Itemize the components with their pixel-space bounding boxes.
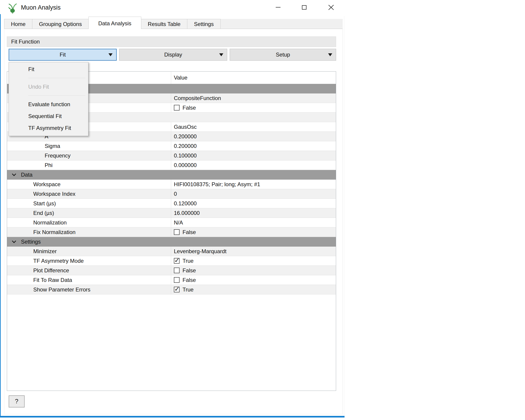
maximize-button[interactable] bbox=[296, 0, 312, 15]
property-value: Levenberg-Marquardt bbox=[171, 247, 336, 256]
property-value: CompositeFunction bbox=[171, 93, 336, 103]
chevron-down-icon bbox=[12, 172, 16, 176]
property-name: Fix Normalization bbox=[7, 227, 171, 237]
property-name: Workspace bbox=[7, 180, 171, 189]
close-button[interactable] bbox=[323, 0, 339, 15]
check-icon: ✓ bbox=[174, 257, 179, 264]
property-value: 0.120000 bbox=[171, 199, 336, 208]
section-header-row-settings[interactable]: Settings bbox=[7, 237, 336, 247]
property-row-normalization[interactable]: NormalizationN/A bbox=[7, 218, 336, 227]
checkbox-unchecked[interactable] bbox=[174, 268, 179, 273]
button-label: Display bbox=[164, 52, 182, 58]
property-value: False bbox=[171, 103, 336, 112]
property-value: 0 bbox=[171, 189, 336, 198]
section-label: Data bbox=[21, 172, 33, 178]
property-name: Minimizer bbox=[7, 247, 171, 256]
property-row-fit-to-raw-data[interactable]: Fit To Raw DataFalse bbox=[7, 275, 336, 285]
property-name: Plot Difference bbox=[7, 266, 171, 275]
tab-data-analysis[interactable]: Data Analysis bbox=[88, 17, 141, 29]
property-value: ✓True bbox=[171, 256, 336, 265]
property-row-fix-normalization[interactable]: Fix NormalizationFalse bbox=[7, 227, 336, 237]
property-value: 0.200000 bbox=[171, 132, 336, 141]
tab-home[interactable]: Home bbox=[4, 19, 32, 29]
checkbox-label: False bbox=[183, 105, 196, 111]
fit-function-group-label: Fit Function bbox=[7, 37, 336, 47]
tab-settings[interactable]: Settings bbox=[187, 19, 221, 29]
property-row-show-parameter-errors[interactable]: Show Parameter Errors✓True bbox=[7, 285, 336, 294]
display-dropdown-button[interactable]: Display bbox=[119, 49, 227, 61]
window-accent-border-bottom bbox=[0, 416, 345, 418]
maximize-icon bbox=[302, 5, 307, 9]
property-row-frequency[interactable]: Frequency0.100000 bbox=[7, 151, 336, 160]
property-row-sigma[interactable]: Sigma0.200000 bbox=[7, 141, 336, 151]
section-label: Settings bbox=[21, 239, 41, 245]
window-accent-border-left bbox=[0, 2, 1, 416]
property-value: GausOsc bbox=[171, 122, 336, 131]
property-name: Normalization bbox=[7, 218, 171, 227]
property-row-phi[interactable]: Phi0.000000 bbox=[7, 160, 336, 170]
fit-dropdown-menu: FitUndo FitEvaluate functionSequential F… bbox=[9, 62, 88, 136]
property-name: Fit To Raw Data bbox=[7, 275, 171, 285]
property-row-workspace-index[interactable]: Workspace Index0 bbox=[7, 189, 336, 199]
checkbox-label: False bbox=[183, 277, 196, 283]
property-name: Workspace Index bbox=[7, 189, 171, 198]
check-icon: ✓ bbox=[174, 285, 179, 293]
window-title: Muon Analysis bbox=[21, 0, 61, 15]
property-row-plot-difference[interactable]: Plot DifferenceFalse bbox=[7, 266, 336, 275]
property-value: N/A bbox=[171, 218, 336, 227]
checkbox-unchecked[interactable] bbox=[174, 229, 179, 235]
property-name: Frequency bbox=[7, 151, 171, 160]
button-label: Fit bbox=[60, 52, 66, 58]
checkbox-checked[interactable]: ✓ bbox=[174, 258, 179, 264]
checkbox-checked[interactable]: ✓ bbox=[174, 287, 179, 292]
property-value: 0.200000 bbox=[171, 141, 336, 151]
chevron-down-icon bbox=[328, 53, 332, 56]
menu-item-tf-asymmetry-fit[interactable]: TF Asymmetry Fit bbox=[9, 122, 88, 134]
window-border-right bbox=[344, 16, 344, 416]
setup-dropdown-button[interactable]: Setup bbox=[230, 49, 336, 61]
property-value: False bbox=[171, 227, 336, 237]
property-name: TF Asymmetry Mode bbox=[7, 256, 171, 265]
property-name: Start (µs) bbox=[7, 199, 171, 208]
property-name: Phi bbox=[7, 160, 171, 170]
menu-item-fit[interactable]: Fit bbox=[9, 63, 88, 75]
checkbox-label: False bbox=[183, 229, 196, 235]
property-row-workspace[interactable]: WorkspaceHIFI00108375; Pair; long; Asym;… bbox=[7, 180, 336, 189]
chevron-down-icon bbox=[12, 239, 16, 243]
tab-results-table[interactable]: Results Table bbox=[141, 19, 188, 29]
section-header-row-data[interactable]: Data bbox=[7, 170, 336, 180]
property-value: 0.100000 bbox=[171, 151, 336, 160]
property-row-start-s[interactable]: Start (µs)0.120000 bbox=[7, 199, 336, 208]
property-name: Show Parameter Errors bbox=[7, 285, 171, 294]
property-row-end-s[interactable]: End (µs)16.000000 bbox=[7, 208, 336, 218]
checkbox-label: False bbox=[183, 267, 196, 274]
menu-item-sequential-fit[interactable]: Sequential Fit bbox=[9, 110, 88, 122]
property-value: False bbox=[171, 275, 336, 285]
fit-dropdown-button[interactable]: Fit bbox=[9, 49, 117, 61]
checkbox-label: True bbox=[183, 258, 193, 264]
help-button[interactable]: ? bbox=[9, 395, 25, 408]
minimize-button[interactable] bbox=[270, 0, 286, 15]
property-row-minimizer[interactable]: MinimizerLevenberg-Marquardt bbox=[7, 247, 336, 256]
chevron-down-icon bbox=[108, 53, 112, 56]
property-name: End (µs) bbox=[7, 208, 171, 218]
minimize-icon bbox=[276, 7, 281, 8]
menu-item-evaluate-function[interactable]: Evaluate function bbox=[9, 98, 88, 110]
tab-strip: HomeGrouping OptionsData AnalysisResults… bbox=[4, 19, 343, 29]
button-label: Setup bbox=[276, 52, 290, 58]
property-value: 0.000000 bbox=[171, 160, 336, 170]
title-bar: Muon Analysis bbox=[0, 0, 345, 14]
menu-separator bbox=[28, 78, 85, 78]
muon-analysis-window: Muon Analysis HomeGrouping OptionsData A… bbox=[0, 0, 345, 418]
property-value: False bbox=[171, 266, 336, 275]
property-value: 16.000000 bbox=[171, 208, 336, 218]
property-value: HIFI00108375; Pair; long; Asym; #1 bbox=[171, 180, 336, 189]
checkbox-unchecked[interactable] bbox=[174, 105, 179, 111]
menu-item-undo-fit: Undo Fit bbox=[9, 81, 88, 93]
property-row-tf-asymmetry-mode[interactable]: TF Asymmetry Mode✓True bbox=[7, 256, 336, 266]
property-value: ✓True bbox=[171, 285, 336, 294]
checkbox-unchecked[interactable] bbox=[174, 277, 179, 283]
tab-grouping-options[interactable]: Grouping Options bbox=[32, 19, 89, 29]
value-column-header: Value bbox=[171, 72, 336, 84]
mantid-logo-icon bbox=[8, 3, 18, 13]
